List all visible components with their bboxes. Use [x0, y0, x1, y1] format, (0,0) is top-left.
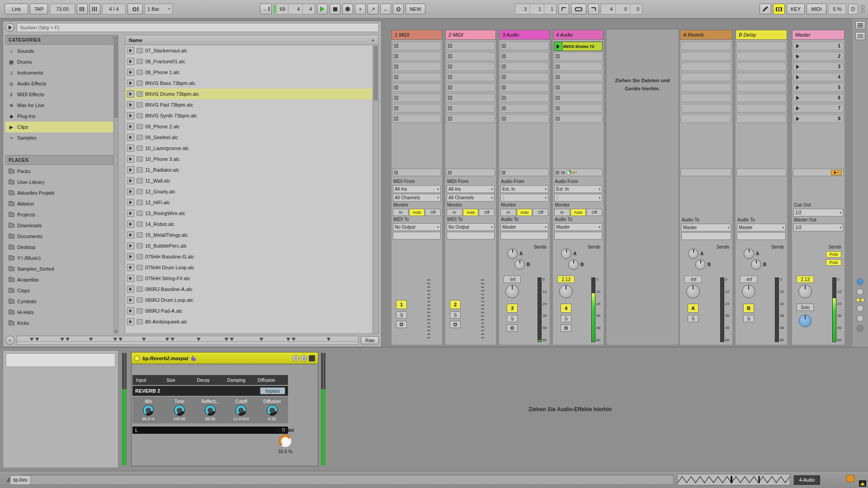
device-title-bar[interactable]: bp.Reverb2.maxpat ⊙ ⊘	[132, 352, 318, 364]
send-b-knob[interactable]	[695, 259, 706, 270]
scene-launch-icon[interactable]	[796, 44, 799, 48]
file-row[interactable]: 13_RisingWire.alc	[125, 208, 378, 219]
automation-arm-button[interactable]: ↗	[368, 4, 378, 14]
clip-stop-icon[interactable]	[502, 75, 506, 79]
clip-slot[interactable]	[446, 42, 495, 50]
file-row[interactable]: 12_Gnarly.alc	[125, 186, 378, 197]
clip-stop-icon[interactable]	[448, 106, 452, 110]
clip-slot[interactable]	[392, 62, 441, 71]
key-map-button[interactable]: KEY	[787, 4, 805, 14]
file-row[interactable]: 080RJ Drum Loop.alc	[125, 295, 378, 305]
level-meter[interactable]	[591, 277, 595, 342]
parameter-knob[interactable]	[174, 405, 185, 416]
place-item[interactable]: Packs	[5, 166, 113, 177]
output-type-menu[interactable]: No Output▾	[447, 223, 495, 231]
preview-play-icon[interactable]	[127, 90, 134, 98]
clip-stop-icon[interactable]	[556, 96, 560, 100]
file-row[interactable]: 14_Robot.alc	[125, 219, 378, 230]
reverb-tab[interactable]: Decay	[195, 378, 225, 383]
place-item[interactable]: User-Library	[5, 177, 113, 188]
clip-stop-icon[interactable]	[448, 65, 452, 69]
clip-stop-icon[interactable]	[556, 85, 560, 89]
record-button[interactable]	[342, 4, 353, 14]
file-row[interactable]: 8NVG Bass 73bpm.alc	[125, 78, 378, 89]
stop-all-clips-button[interactable]: ≡	[831, 170, 842, 175]
clip-slot[interactable]	[392, 42, 441, 50]
monitor-in-button[interactable]: In	[393, 209, 409, 216]
place-item[interactable]: Aktuelles Projekt	[5, 188, 113, 198]
solo-button[interactable]: S	[743, 315, 754, 322]
monitor-off-button[interactable]: Off	[479, 209, 495, 216]
scene-launch-icon[interactable]	[796, 65, 799, 69]
level-meter[interactable]	[832, 277, 836, 342]
volume-field[interactable]: -Inf	[740, 276, 757, 283]
preview-play-icon[interactable]	[127, 307, 134, 314]
track-header[interactable]: Master	[792, 30, 844, 40]
clip-slot[interactable]	[392, 114, 441, 123]
device-activator[interactable]	[134, 356, 140, 361]
clip-stop-icon[interactable]	[448, 44, 452, 48]
mixer-show-toggle[interactable]	[857, 305, 863, 312]
file-row[interactable]: 11_Radiator.alc	[125, 164, 378, 175]
device-parameter[interactable]: Mix 86.3 %	[133, 399, 163, 421]
preview-play-icon[interactable]	[127, 242, 134, 249]
raw-button[interactable]: Raw	[361, 336, 379, 344]
category-item[interactable]: ◎ Audio Effects	[5, 78, 113, 89]
clip-slot[interactable]	[554, 52, 603, 61]
preview-play-icon[interactable]	[127, 188, 134, 195]
send-a-knob[interactable]	[688, 249, 698, 259]
follow-button[interactable]: →	[260, 4, 272, 14]
sidebar-scrollbar[interactable]: ▼	[113, 35, 118, 334]
level-meter[interactable]	[775, 277, 779, 342]
file-row[interactable]: 10_Phone 3.alc	[125, 154, 378, 164]
parameter-knob[interactable]	[205, 405, 216, 416]
cue-out-menu[interactable]: 1/2▾	[793, 209, 843, 216]
arm-button[interactable]	[507, 324, 518, 332]
file-row[interactable]: 075HH Drum Loop.alc	[125, 262, 378, 273]
arm-button[interactable]	[450, 321, 461, 328]
loop-length-field[interactable]: 4 0 0	[601, 4, 642, 14]
place-item[interactable]: Kicks	[5, 318, 113, 328]
send-b-knob[interactable]	[514, 259, 525, 270]
scroll-down-icon[interactable]: ▼	[114, 330, 118, 333]
arm-button[interactable]	[561, 324, 571, 332]
send-a-post-button[interactable]: Post	[826, 251, 841, 258]
file-row[interactable]: 12_HiFi.alc	[125, 197, 378, 208]
output-type-menu[interactable]: No Output▾	[393, 223, 441, 231]
place-item[interactable]: Downloads	[5, 220, 113, 231]
clip-stop-icon[interactable]	[448, 117, 452, 121]
clip-slot[interactable]	[554, 104, 603, 113]
returns-show-toggle[interactable]	[856, 298, 864, 302]
place-item[interactable]: Documents	[5, 231, 113, 242]
input-channel-menu[interactable]: All Channels▾	[447, 194, 495, 202]
output-channel-menu[interactable]	[393, 232, 441, 239]
clip-slot[interactable]	[446, 73, 495, 81]
clip-stop-icon[interactable]	[556, 54, 560, 58]
output-type-menu[interactable]: Master▾	[500, 223, 548, 231]
clip-stop-icon[interactable]	[394, 65, 398, 69]
clip-slot[interactable]	[554, 94, 603, 102]
track-drop-zone[interactable]: Ziehen Sie Dateien und Geräte hierhin.	[607, 30, 678, 345]
arrangement-overview[interactable]	[677, 474, 790, 485]
preview-play-icon[interactable]	[127, 231, 134, 239]
track-header[interactable]: 1 MIDI	[392, 30, 442, 40]
place-item[interactable]: Acapellas	[5, 274, 113, 285]
device-chain[interactable]: bp.Reverb2.maxpat ⊙ ⊘ Input Size	[121, 349, 852, 469]
clip-slot[interactable]	[446, 62, 495, 71]
clip-slot[interactable]	[446, 52, 495, 61]
clip-stop-icon[interactable]	[394, 106, 398, 110]
reverb-tab[interactable]: Damping	[226, 378, 256, 383]
scene-slot[interactable]: 8	[793, 114, 844, 123]
reverb-tab[interactable]: Diffusion	[256, 378, 286, 383]
pan-knob[interactable]	[742, 285, 755, 298]
device-parameter[interactable]: Reflect... 88.66	[195, 399, 225, 421]
monitor-off-button[interactable]: Off	[586, 209, 602, 216]
file-row[interactable]: 08_Fracture01.alc	[125, 56, 378, 67]
metronome-button[interactable]	[127, 4, 143, 14]
scene-slot[interactable]: 2	[793, 52, 844, 61]
output-type-menu[interactable]: Master▾	[737, 224, 786, 231]
clip-slot[interactable]	[500, 94, 549, 102]
preview-play-icon[interactable]	[127, 69, 134, 76]
track-activator[interactable]: A	[688, 304, 698, 313]
clip-slot[interactable]	[500, 114, 549, 123]
